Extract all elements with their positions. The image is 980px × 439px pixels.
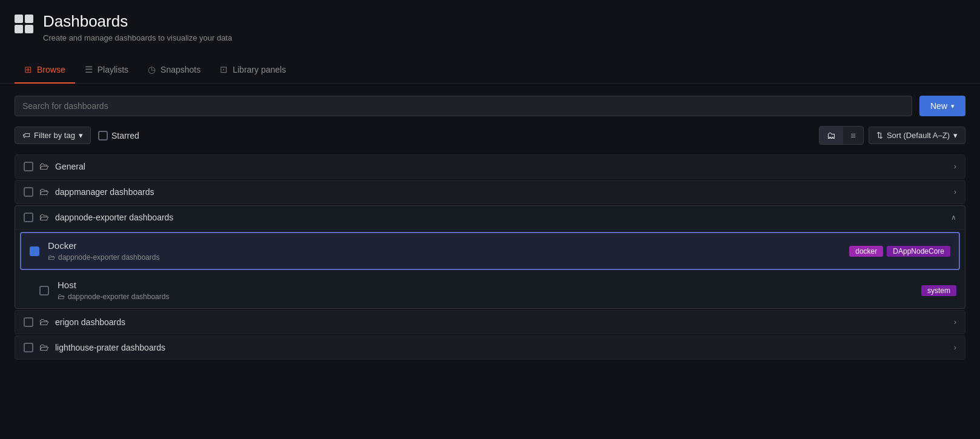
dashboards-icon — [15, 15, 33, 33]
main-content: New ▾ 🏷 Filter by tag ▾ Starred 🗂 ≡ ⇅ So… — [0, 84, 980, 373]
folder-checkbox-erigon[interactable] — [24, 317, 33, 327]
tab-browse[interactable]: ⊞ Browse — [15, 57, 75, 84]
search-input-wrap — [15, 96, 912, 116]
tabs-bar: ⊞ Browse ☰ Playlists ◷ Snapshots ⊡ Libra… — [0, 57, 980, 84]
page-title: Dashboards — [43, 12, 232, 31]
item-folder-host: 🗁 dappnode-exporter dashboards — [58, 292, 921, 301]
folder-icon-general: 🗁 — [39, 161, 49, 172]
item-folder-icon-host: 🗁 — [58, 292, 65, 301]
page-subtitle: Create and manage dashboards to visualiz… — [43, 33, 232, 42]
search-row: New ▾ — [15, 96, 965, 116]
folder-checkbox-dappmanager[interactable] — [24, 187, 33, 197]
sort-chevron-down-icon: ▾ — [953, 131, 958, 140]
collapse-chevron-dappnode-exporter: ∧ — [951, 213, 956, 222]
folder-icon-lighthouse-prater: 🗁 — [39, 342, 49, 353]
folder-checkbox-general[interactable] — [24, 162, 33, 171]
folder-row-lighthouse-prater[interactable]: 🗁 lighthouse-prater dashboards › — [15, 335, 965, 360]
new-button[interactable]: New ▾ — [919, 96, 965, 116]
filter-chevron-down-icon: ▾ — [79, 131, 83, 140]
item-folder-docker: 🗁 dappnode-exporter dashboards — [48, 253, 849, 262]
item-folder-icon-docker: 🗁 — [48, 253, 55, 262]
folder-row-dappmanager[interactable]: 🗁 dappmanager dashboards › — [15, 180, 965, 204]
library-panels-icon: ⊡ — [220, 64, 228, 75]
folder-view-button[interactable]: 🗂 — [819, 127, 843, 144]
folder-icon-dappmanager: 🗁 — [39, 186, 49, 197]
folder-checkbox-dappnode-exporter[interactable] — [24, 213, 33, 222]
expand-chevron-erigon: › — [954, 318, 956, 326]
item-checkbox-docker[interactable] — [30, 246, 39, 256]
expand-chevron-dappmanager: › — [954, 188, 956, 196]
playlists-icon: ☰ — [85, 64, 93, 75]
item-info-docker: Docker 🗁 dappnode-exporter dashboards — [48, 240, 849, 262]
header-text: Dashboards Create and manage dashboards … — [43, 12, 232, 42]
starred-filter-label[interactable]: Starred — [98, 131, 139, 140]
filter-row-right: 🗂 ≡ ⇅ Sort (Default A–Z) ▾ — [819, 126, 965, 145]
folder-icon-erigon: 🗁 — [39, 317, 49, 328]
view-toggle: 🗂 ≡ — [819, 126, 864, 145]
item-info-host: Host 🗁 dappnode-exporter dashboards — [58, 280, 921, 301]
tag-icon: 🏷 — [22, 131, 30, 140]
dashboard-item-docker[interactable]: Docker 🗁 dappnode-exporter dashboards do… — [20, 232, 960, 270]
expand-chevron-lighthouse-prater: › — [954, 343, 956, 352]
folder-expanded-dappnode-exporter: 🗁 dappnode-exporter dashboards ∧ Docker … — [15, 205, 965, 309]
item-tags-docker: docker DAppNodeCore — [849, 246, 950, 257]
browse-icon: ⊞ — [24, 64, 32, 75]
list-view-button[interactable]: ≡ — [843, 127, 863, 144]
folder-row-erigon[interactable]: 🗁 erigon dashboards › — [15, 310, 965, 334]
tag-dappnodecore: DAppNodeCore — [887, 246, 950, 257]
filter-row: 🏷 Filter by tag ▾ Starred 🗂 ≡ ⇅ Sort (De… — [15, 126, 965, 145]
item-tags-host: system — [921, 285, 956, 296]
tab-playlists[interactable]: ☰ Playlists — [75, 57, 138, 84]
folder-checkbox-lighthouse-prater[interactable] — [24, 343, 33, 352]
chevron-down-icon: ▾ — [951, 102, 955, 110]
filter-by-tag-button[interactable]: 🏷 Filter by tag ▾ — [15, 127, 91, 144]
tag-system: system — [921, 285, 956, 296]
starred-checkbox[interactable] — [98, 131, 108, 140]
expand-chevron-general: › — [954, 162, 956, 171]
tab-snapshots[interactable]: ◷ Snapshots — [138, 57, 210, 84]
tag-docker: docker — [849, 246, 883, 257]
item-checkbox-host[interactable] — [39, 286, 49, 295]
folder-row-general[interactable]: 🗁 General › — [15, 154, 965, 179]
folder-header-dappnode-exporter[interactable]: 🗁 dappnode-exporter dashboards ∧ — [15, 206, 965, 229]
sort-icon: ⇅ — [876, 131, 883, 140]
page-header: Dashboards Create and manage dashboards … — [0, 0, 980, 42]
search-input[interactable] — [15, 96, 912, 116]
dashboard-item-host[interactable]: Host 🗁 dappnode-exporter dashboards syst… — [15, 272, 965, 308]
folder-icon-dappnode-exporter: 🗁 — [39, 212, 49, 223]
snapshots-icon: ◷ — [148, 64, 156, 75]
tab-library-panels[interactable]: ⊡ Library panels — [210, 57, 296, 84]
sort-button[interactable]: ⇅ Sort (Default A–Z) ▾ — [869, 127, 965, 144]
